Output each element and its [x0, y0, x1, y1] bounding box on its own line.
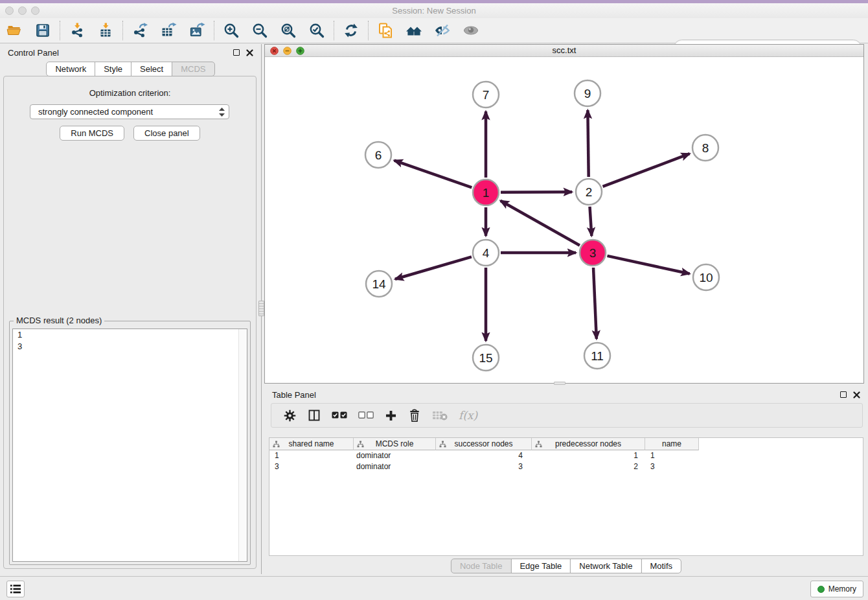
task-history-button[interactable]: [6, 581, 25, 597]
network-canvas[interactable]: 7968124314101511: [265, 57, 863, 383]
control-panel-tabs: Network Style Select MCDS: [0, 62, 261, 76]
splitter-grip-horizontal[interactable]: [554, 382, 565, 385]
toolbar-separator: [60, 21, 60, 40]
graph-edge[interactable]: [501, 192, 572, 192]
cell-mcds-role[interactable]: dominator: [354, 450, 436, 461]
cell-successor-nodes[interactable]: 4: [436, 450, 532, 461]
cell-shared-name[interactable]: 3: [269, 461, 354, 472]
delete-table-icon: [432, 410, 448, 421]
column-header-shared-name[interactable]: shared name: [269, 438, 354, 450]
graph-node-label: 14: [372, 277, 386, 291]
copy-network-button[interactable]: [371, 19, 400, 41]
column-header-mcds-role[interactable]: MCDS role: [354, 438, 436, 450]
cell-name[interactable]: 3: [645, 461, 699, 472]
cell-successor-nodes[interactable]: 3: [436, 461, 532, 472]
cell-predecessor-nodes[interactable]: 2: [532, 461, 645, 472]
column-hierarchy-icon: [357, 441, 364, 448]
tab-motifs[interactable]: Motifs: [641, 559, 681, 573]
network-window-titlebar[interactable]: scc.txt: [265, 45, 863, 57]
hide-graphics-button[interactable]: [428, 19, 457, 41]
tab-select[interactable]: Select: [131, 62, 172, 76]
tab-style[interactable]: Style: [95, 62, 131, 76]
optimization-criterion-select[interactable]: strongly connected component: [30, 104, 229, 119]
tab-network[interactable]: Network: [46, 62, 95, 76]
show-graphics-button[interactable]: [457, 19, 485, 41]
column-hierarchy-icon: [273, 441, 280, 448]
add-icon: [385, 410, 397, 422]
graph-edge[interactable]: [589, 207, 591, 236]
float-panel-icon[interactable]: [233, 49, 240, 56]
graph-edge[interactable]: [501, 201, 580, 246]
export-table-button[interactable]: [154, 19, 183, 41]
graph-edge[interactable]: [607, 256, 689, 274]
tab-node-table[interactable]: Node Table: [451, 559, 512, 573]
show-all-views-button[interactable]: [400, 19, 428, 41]
column-hierarchy-icon: [535, 441, 542, 448]
zoom-out-icon: [251, 22, 268, 39]
column-settings-button[interactable]: [283, 409, 297, 422]
network-graph[interactable]: 7968124314101511: [265, 57, 863, 383]
refresh-button[interactable]: [337, 19, 365, 41]
export-network-button[interactable]: [126, 19, 154, 41]
graph-node-label: 11: [591, 349, 604, 363]
deselect-all-button[interactable]: [358, 411, 374, 419]
mcds-result-list[interactable]: 1 3: [12, 329, 247, 562]
split-columns-icon: [308, 409, 321, 422]
table-header-row: shared name MCDS role successor: [269, 438, 863, 450]
graph-edge[interactable]: [395, 257, 472, 279]
close-panel-button[interactable]: Close panel: [133, 126, 200, 141]
splitter-grip[interactable]: [258, 301, 264, 316]
cell-name[interactable]: 1: [645, 450, 699, 461]
list-item[interactable]: 1: [13, 329, 247, 341]
graph-node-label: 7: [483, 88, 490, 102]
zoom-out-button[interactable]: [246, 19, 274, 41]
add-column-button[interactable]: [385, 410, 397, 422]
import-table-button[interactable]: [91, 19, 120, 41]
graph-edge[interactable]: [603, 154, 690, 187]
graph-edge[interactable]: [588, 110, 588, 177]
split-view-button[interactable]: [308, 409, 321, 422]
list-item[interactable]: 3: [13, 341, 247, 352]
graph-edge[interactable]: [593, 268, 597, 339]
column-hierarchy-icon: [439, 441, 446, 448]
table-tabs: Node Table Edge Table Network Table Moti…: [451, 559, 681, 573]
export-image-button[interactable]: [183, 19, 211, 41]
cell-mcds-role[interactable]: dominator: [354, 461, 436, 472]
optimization-criterion-label: Optimization criterion:: [4, 88, 256, 98]
run-mcds-button[interactable]: Run MCDS: [60, 126, 124, 141]
network-export-icon: [131, 22, 148, 39]
open-session-button[interactable]: [0, 19, 29, 41]
close-panel-icon[interactable]: [853, 391, 860, 398]
network-view-title: scc.txt: [265, 45, 863, 56]
delete-table-button[interactable]: [432, 410, 448, 421]
zoom-in-icon: [223, 22, 240, 39]
memory-button[interactable]: Memory: [810, 581, 863, 597]
zoom-in-button[interactable]: [217, 19, 246, 41]
save-session-button[interactable]: [29, 19, 57, 41]
column-header-successor-nodes[interactable]: successor nodes: [436, 438, 532, 450]
scrollbar[interactable]: [238, 329, 247, 561]
tab-mcds[interactable]: MCDS: [172, 62, 214, 76]
cell-predecessor-nodes[interactable]: 1: [532, 450, 645, 461]
delete-column-button[interactable]: [408, 409, 421, 422]
select-all-button[interactable]: [332, 411, 347, 419]
control-panel-title: Control Panel: [8, 48, 233, 58]
column-header-name[interactable]: name: [645, 438, 699, 450]
graph-edge[interactable]: [394, 161, 472, 188]
graph-node-label: 2: [586, 185, 593, 199]
zoom-selected-button[interactable]: [303, 19, 331, 41]
tab-network-table[interactable]: Network Table: [570, 559, 641, 573]
table-toolbar: f(x): [271, 403, 863, 428]
node-table: shared name MCDS role successor: [269, 437, 863, 556]
houses-icon: [405, 23, 422, 38]
zoom-fit-button[interactable]: [274, 19, 303, 41]
close-panel-icon[interactable]: [246, 49, 253, 56]
float-panel-icon[interactable]: [840, 391, 847, 398]
table-row[interactable]: 1 dominator 4 1 1: [269, 450, 863, 461]
import-network-button[interactable]: [63, 19, 91, 41]
table-row[interactable]: 3 dominator 3 2 3: [269, 461, 863, 472]
tab-edge-table[interactable]: Edge Table: [510, 559, 571, 573]
function-builder-button[interactable]: f(x): [459, 409, 477, 422]
column-header-predecessor-nodes[interactable]: predecessor nodes: [532, 438, 645, 450]
cell-shared-name[interactable]: 1: [269, 450, 354, 461]
